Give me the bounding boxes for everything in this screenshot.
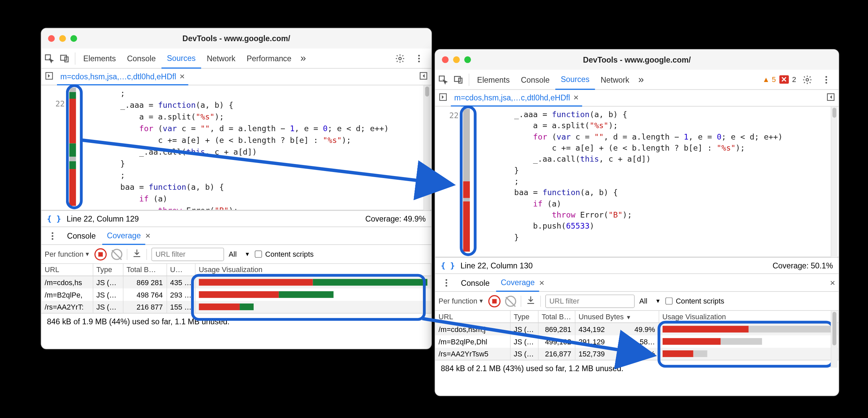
type-filter-select[interactable]: All▼ [640,297,661,305]
show-navigator-icon[interactable] [435,93,451,103]
svg-point-18 [826,82,827,83]
close-file-tab-icon[interactable]: × [180,71,185,81]
svg-point-22 [445,282,447,283]
device-toggle-icon[interactable] [451,72,466,88]
more-tabs-icon[interactable]: » [635,74,647,85]
table-row[interactable]: /m=B2qlPe,DhlJS (… 499,102 291,12958… [435,335,838,348]
file-tab[interactable]: m=cdos,hsm,jsa,…c,dtl0hd,eHDfl × [57,68,188,85]
type-filter-select[interactable]: All▼ [228,250,250,258]
svg-point-5 [418,58,420,59]
minimize-window-icon[interactable] [59,35,66,42]
minimize-window-icon[interactable] [453,56,460,63]
drawer-menu-icon[interactable] [439,275,455,290]
col-total[interactable]: Total B… [123,264,166,276]
coverage-table[interactable]: URL Type Total B… Unused Bytes ▼ Usage V… [435,311,839,360]
clear-button-icon[interactable] [505,295,516,307]
export-icon[interactable] [132,248,142,260]
col-type[interactable]: Type [93,264,123,276]
drawer-tab-console[interactable]: Console [457,274,494,291]
show-debugger-icon[interactable] [415,71,431,82]
tab-sources[interactable]: Sources [161,48,201,68]
table-header[interactable]: URL Type Total B… Unused Bytes ▼ Usage V… [435,311,838,323]
drawer-tab-coverage[interactable]: Coverage [102,227,146,245]
drawer-menu-icon[interactable] [44,228,60,244]
editor-scrollbar[interactable] [424,85,430,210]
zoom-window-icon[interactable] [70,35,77,42]
col-url[interactable]: URL [41,264,93,276]
device-toggle-icon[interactable] [57,50,73,66]
editor-scrollbar[interactable] [831,106,837,257]
url-filter-input[interactable] [152,247,224,261]
col-unused[interactable]: U… [166,264,195,276]
close-window-icon[interactable] [48,35,55,42]
kebab-menu-icon[interactable] [411,50,427,66]
table-row[interactable]: /m=cdos,hsJS (… 869 281435 … [41,276,431,288]
file-tab[interactable]: m=cdos,hsm,jsa,…c,dtl0hd,eHDfl × [451,90,582,106]
col-total[interactable]: Total B… [538,311,575,323]
col-type[interactable]: Type [510,311,538,323]
content-scripts-checkbox[interactable]: Content scripts [665,297,724,305]
table-row[interactable]: /rs=AA2YrT:JS (… 216 877155 … [41,301,431,313]
more-tabs-icon[interactable]: » [297,53,309,64]
record-button-icon[interactable] [94,248,107,260]
file-tab-strip: m=cdos,hsm,jsa,…c,dtl0hd,eHDfl × [41,69,431,85]
error-badge[interactable]: ✕2 [779,75,796,84]
show-navigator-icon[interactable] [41,71,57,82]
inspect-icon[interactable] [435,72,451,88]
window-title: DevTools - www.google.com/ [435,55,839,64]
close-file-tab-icon[interactable]: × [574,92,579,102]
traffic-lights[interactable] [48,35,77,42]
tab-console[interactable]: Console [516,70,555,90]
traffic-lights[interactable] [442,56,471,63]
kebab-menu-icon[interactable] [818,72,834,88]
drawer-tab-coverage[interactable]: Coverage [496,274,539,291]
col-url[interactable]: URL [435,311,510,323]
pretty-print-icon[interactable]: { } [47,214,61,223]
coverage-table[interactable]: URL Type Total B… U… Usage Visualization… [41,264,431,313]
col-unused[interactable]: Unused Bytes ▼ [575,311,658,323]
export-icon[interactable] [526,295,536,307]
table-row[interactable]: /rs=AA2YrTsw5JS (… 216,877 152,73970.4% [435,348,838,360]
code-content: _.aaa = function(a, b) { a = a.split("%s… [472,106,839,256]
coverage-percent: Coverage: 49.9% [365,214,426,223]
table-scrollbar[interactable] [831,311,837,368]
content-scripts-checkbox[interactable]: Content scripts [255,250,314,258]
tab-sources[interactable]: Sources [555,70,595,90]
code-editor[interactable]: 22 ; _.aaa = function(a, b) { a = a.spli… [41,85,431,210]
clear-button-icon[interactable] [111,249,122,260]
url-filter-input[interactable] [545,294,635,308]
tab-network[interactable]: Network [201,48,241,68]
settings-gear-icon[interactable] [799,72,815,88]
tab-performance[interactable]: Performance [241,48,297,68]
tab-console[interactable]: Console [121,48,161,68]
table-row[interactable]: /m=B2qlPe,JS (… 498 764293 … [41,288,431,301]
settings-gear-icon[interactable] [392,50,408,66]
close-drawer-icon[interactable]: × [830,277,836,287]
per-function-select[interactable]: Per function▼ [44,250,90,258]
close-window-icon[interactable] [442,56,449,63]
inspect-icon[interactable] [41,50,57,66]
file-tab-label: m=cdos,hsm,jsa,…c,dtl0hd,eHDfl [454,93,570,102]
line-number: 22 [435,111,459,120]
pretty-print-icon[interactable]: { } [441,261,455,270]
coverage-table-wrap: URL Type Total B… Unused Bytes ▼ Usage V… [435,311,839,360]
record-button-icon[interactable] [488,295,501,307]
drawer-tab-console[interactable]: Console [63,227,100,245]
show-debugger-icon[interactable] [823,93,838,103]
table-row[interactable]: /m=cdos,hsm,jJS (… 869,281 434,19249.9% [435,323,838,335]
tab-elements[interactable]: Elements [471,70,516,90]
close-tab-icon[interactable]: × [539,277,545,287]
zoom-window-icon[interactable] [464,56,471,63]
col-visualization[interactable]: Usage Visualization [658,311,838,323]
per-function-select[interactable]: Per function▼ [439,297,484,305]
col-visualization[interactable]: Usage Visualization [195,264,431,276]
table-header[interactable]: URL Type Total B… U… Usage Visualization [41,264,431,276]
tab-elements[interactable]: Elements [78,48,122,68]
svg-point-4 [418,55,420,56]
tab-network[interactable]: Network [595,70,635,90]
warning-badge[interactable]: ▲5 [763,75,776,84]
titlebar: DevTools - www.google.com/ [435,49,839,70]
close-tab-icon[interactable]: × [146,231,151,241]
code-editor[interactable]: 22 _.aaa = function(a, b) { a = a.split(… [435,106,839,257]
coverage-gutter [67,85,78,210]
